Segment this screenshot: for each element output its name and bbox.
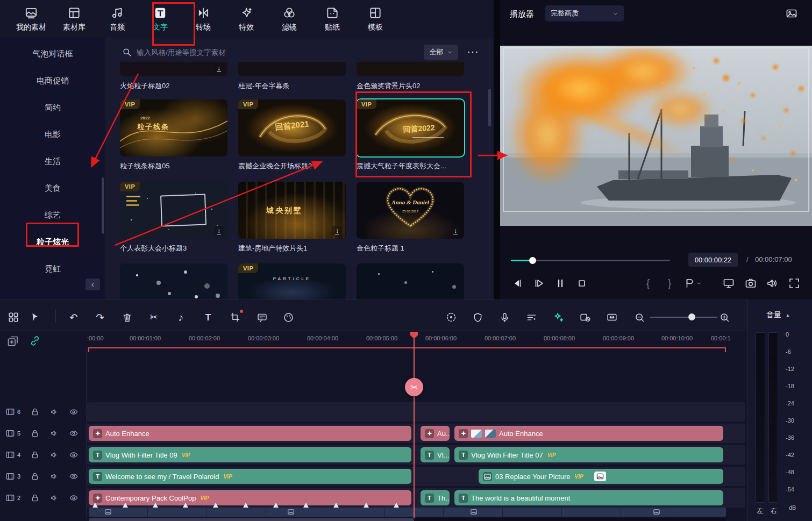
search-input[interactable] — [137, 44, 405, 60]
split-button[interactable]: ✂ — [147, 310, 161, 324]
mute-icon[interactable] — [49, 450, 59, 460]
sidebar-item-bubble[interactable]: 气泡对话框 — [0, 40, 105, 67]
fullscreen-button[interactable] — [786, 275, 802, 291]
quality-dropdown[interactable]: 完整画质 — [545, 5, 624, 22]
lock-icon[interactable] — [30, 429, 40, 438]
library-scrollbar[interactable] — [488, 89, 491, 126]
template-card[interactable]: Anna & Daniel 25.08.2017 ↓ 金色粒子标题 1 — [357, 182, 464, 253]
clip-replace-your-picture[interactable]: 03 Replace Your Picture VIP — [479, 469, 723, 484]
stop-button[interactable] — [574, 275, 590, 291]
clip-vlog-title-small[interactable]: T Vl... — [421, 447, 450, 462]
sidebar-item-particle-glow[interactable]: 粒子炫光 — [0, 229, 105, 255]
template-card[interactable]: VIP ↓ 个人表彰大会小标题3 — [120, 182, 227, 253]
auto-caption-button[interactable] — [524, 310, 538, 324]
mute-icon[interactable] — [49, 407, 59, 417]
clip-vlog-title-09[interactable]: T Vlog With Filter Title 09 VIP — [89, 447, 411, 462]
eye-icon[interactable] — [69, 450, 79, 460]
compare-view-button[interactable] — [785, 7, 798, 20]
zoom-out-button[interactable] — [632, 310, 646, 324]
more-options-button[interactable] — [467, 48, 479, 56]
filter-all-dropdown[interactable]: 全部 — [424, 45, 458, 60]
sidebar-item-food[interactable]: 美食 — [0, 175, 105, 202]
speed-ramp-button[interactable] — [578, 310, 592, 324]
smart-edit-button[interactable] — [551, 310, 565, 324]
template-card[interactable]: VIP 2022 粒子线条 粒子线条标题05 — [120, 99, 227, 171]
quick-split-button[interactable]: ✂ — [405, 378, 423, 396]
eye-icon[interactable] — [69, 472, 79, 481]
redo-button[interactable]: ↷ — [93, 310, 107, 324]
tab-effects[interactable]: 特效 — [225, 6, 268, 32]
mute-icon[interactable] — [49, 472, 59, 481]
template-card[interactable] — [357, 263, 464, 299]
tab-my-media[interactable]: 我的素材 — [10, 6, 53, 32]
clip-auto-enhance-3[interactable]: Auto Enhance — [454, 426, 723, 441]
snapshot-button[interactable] — [743, 275, 759, 291]
pause-button[interactable] — [552, 275, 568, 291]
clip-the-world-small[interactable]: T Th... — [421, 490, 450, 505]
clip-auto-enhance-2[interactable]: Au... — [421, 426, 450, 441]
video-track-clip[interactable] — [89, 508, 726, 517]
zoom-in-button[interactable] — [717, 310, 731, 324]
display-device-button[interactable] — [721, 275, 737, 291]
add-track-button[interactable] — [6, 334, 19, 347]
marker-button[interactable] — [681, 275, 705, 291]
sidebar-item-variety[interactable]: 综艺 — [0, 202, 105, 229]
lock-icon[interactable] — [30, 493, 40, 503]
clip-the-world-beautiful-moment[interactable]: T The world is a beautiful moment — [454, 490, 723, 505]
eye-icon[interactable] — [69, 429, 79, 438]
tab-audio[interactable]: 音频 — [96, 6, 139, 32]
tab-stock-media[interactable]: 素材库 — [53, 6, 96, 32]
previous-frame-button[interactable] — [509, 275, 525, 291]
track-lane-6[interactable] — [87, 402, 745, 422]
tab-templates[interactable]: 模板 — [354, 6, 397, 32]
seek-handle[interactable] — [529, 257, 536, 264]
tab-stickers[interactable]: 贴纸 — [311, 6, 354, 32]
replace-picture-button[interactable] — [594, 472, 606, 481]
lock-icon[interactable] — [30, 472, 40, 481]
delete-button[interactable] — [120, 310, 134, 324]
download-button[interactable]: ↓ — [451, 226, 460, 235]
speech-to-text-button[interactable] — [255, 310, 269, 324]
eye-icon[interactable] — [69, 493, 79, 503]
link-clips-button[interactable] — [29, 334, 41, 347]
sidebar-scrollbar[interactable] — [102, 177, 104, 234]
lock-icon[interactable] — [30, 450, 40, 460]
record-voiceover-button[interactable] — [497, 310, 511, 324]
clip-travel-polaroid[interactable]: T Welcome to see my / Travel Polaroid VI… — [89, 469, 411, 484]
clip-contemporary-pack[interactable]: Contemporary Pack CoolPop VIP — [89, 490, 411, 505]
video-preview[interactable] — [500, 46, 812, 226]
seek-bar[interactable] — [511, 256, 670, 265]
lock-icon[interactable] — [30, 407, 40, 417]
download-button[interactable]: ↓ — [332, 226, 342, 235]
template-card[interactable]: 城央别墅 ↓ 建筑-房地产特效片头1 — [238, 182, 346, 253]
crop-button[interactable] — [228, 310, 242, 324]
sidebar-item-life[interactable]: 生活 — [0, 148, 105, 175]
timeline-hscroll-thumb[interactable] — [89, 518, 414, 521]
mark-in-button[interactable]: { — [644, 275, 652, 291]
template-card[interactable]: VIP PARTICLE — [238, 263, 346, 299]
tab-text[interactable]: 文字 — [139, 6, 182, 32]
beat-detection-button[interactable]: ♪ — [174, 310, 188, 324]
mute-icon[interactable] — [49, 429, 59, 438]
tab-filters[interactable]: 滤镜 — [268, 6, 311, 32]
clip-vlog-title-07[interactable]: T Vlog With Filter Title 07 VIP — [454, 447, 723, 462]
play-button[interactable] — [531, 275, 547, 291]
mark-clip-button[interactable] — [471, 310, 485, 324]
clip-auto-enhance-1[interactable]: Auto Enhance — [89, 426, 411, 441]
download-button[interactable]: ↓ — [214, 226, 224, 235]
download-button[interactable]: ↓ — [214, 63, 224, 73]
render-preview-button[interactable] — [444, 310, 458, 324]
template-card[interactable]: 桂冠-年会字幕条 — [238, 62, 346, 91]
tab-transitions[interactable]: 转场 — [182, 6, 225, 32]
template-card[interactable]: ↓ 火焰粒子标题02 — [120, 62, 227, 91]
template-card-selected[interactable]: VIP 回首2022 震撼大气粒子年度表彰大会... — [357, 99, 464, 171]
template-card[interactable]: VIP 回首2021 震撼企业晚会开场标题2 — [238, 99, 346, 171]
select-tool-button[interactable] — [28, 310, 42, 324]
sidebar-item-ecommerce[interactable]: 电商促销 — [0, 67, 105, 94]
sidebar-item-movie[interactable]: 电影 — [0, 121, 105, 148]
template-card[interactable] — [120, 263, 227, 299]
media-board-button[interactable] — [6, 310, 20, 324]
playhead-line[interactable] — [414, 333, 415, 518]
fit-timeline-button[interactable] — [605, 310, 619, 324]
eye-icon[interactable] — [69, 407, 79, 417]
